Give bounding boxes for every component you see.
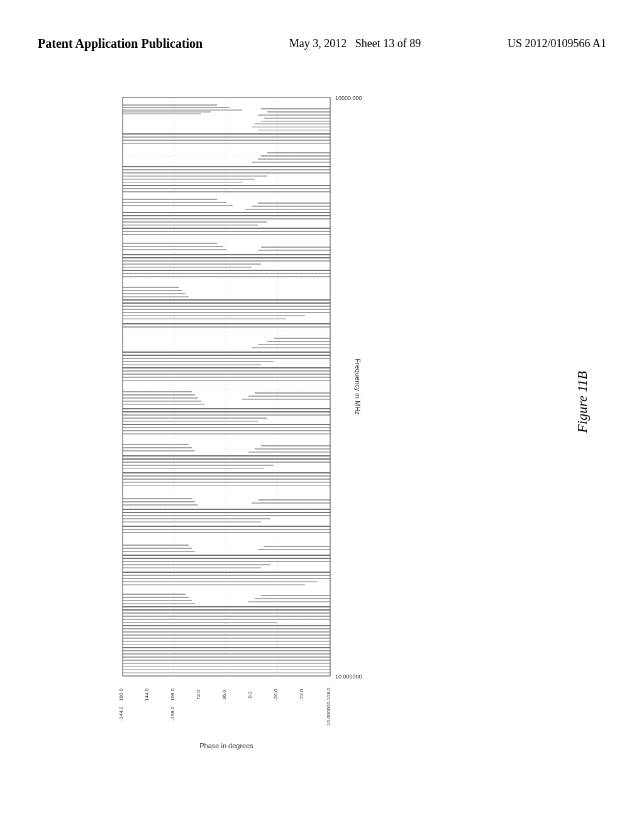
x-tick-11: -198.0 xyxy=(170,706,175,721)
x-tick-7: -36.0 xyxy=(273,689,279,700)
y-axis-top-label: 10000.00000 xyxy=(335,95,362,101)
x-tick-2: 144.0 xyxy=(144,688,150,701)
sheet-text: Sheet 13 of 89 xyxy=(355,37,421,50)
x-tick-1: 180.0 xyxy=(118,688,124,701)
x-tick-6: 0.0 xyxy=(247,691,253,699)
y-axis-bottom-label: 10.000000 xyxy=(335,673,362,680)
x-axis-title: Phase in degrees xyxy=(199,742,253,750)
patent-number: US 2012/0109566 A1 xyxy=(508,35,606,50)
y-axis-title: Frequency in MHz xyxy=(354,358,362,415)
x-tick-9: -108.0 xyxy=(326,687,331,702)
figure-label: Figure 11B xyxy=(574,371,591,433)
publication-date: May 3, 2012 Sheet 13 of 89 xyxy=(289,35,421,50)
x-tick-12: 10.000000 xyxy=(326,702,331,726)
header: Patent Application Publication May 3, 20… xyxy=(0,0,644,52)
spectrum-chart: 10000.00000 10.000000 Frequency in MHz 1… xyxy=(91,91,362,758)
x-tick-10: -144.0 xyxy=(118,706,124,721)
figure-label-text: Figure 11B xyxy=(574,371,590,433)
x-tick-8: -72.0 xyxy=(299,689,304,700)
svg-rect-0 xyxy=(123,97,330,676)
date-text: May 3, 2012 xyxy=(289,37,347,50)
x-tick-5: 36.0 xyxy=(221,690,227,700)
x-tick-4: 72.0 xyxy=(196,690,201,700)
x-tick-3: 108.0 xyxy=(170,688,175,701)
page-container: Patent Application Publication May 3, 20… xyxy=(0,0,644,830)
publication-title: Patent Application Publication xyxy=(38,35,203,52)
chart-container: 10000.00000 10.000000 Frequency in MHz 1… xyxy=(91,91,362,758)
